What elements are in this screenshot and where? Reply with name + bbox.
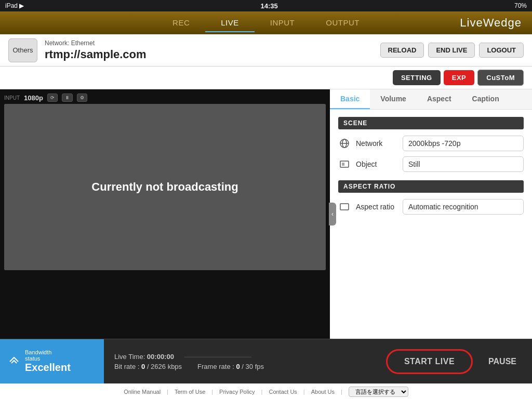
custom-button[interactable]: CuSToM (477, 70, 524, 86)
svg-rect-4 (342, 163, 344, 166)
panel-body: SCENE Network (330, 110, 532, 339)
network-value-input[interactable] (403, 136, 524, 151)
footer-online-manual[interactable]: Online Manual (124, 389, 161, 395)
aspect-value-input[interactable] (403, 199, 524, 215)
frame-rate-display: Frame rate : 0 / 30 fps (197, 363, 264, 370)
aspect-row: Aspect ratio (338, 199, 524, 215)
pull-tab[interactable]: ‹ (329, 203, 336, 225)
video-area: Currently not broadcasting (4, 104, 326, 270)
panel-tab-aspect[interactable]: Aspect (417, 89, 462, 109)
settings-icon-btn[interactable]: ⚙ (77, 94, 87, 102)
others-button[interactable]: Others (8, 38, 37, 62)
status-time: 14:35 (261, 2, 278, 10)
end-live-button[interactable]: END LIVE (428, 43, 475, 58)
panel-tab-basic[interactable]: Basic (330, 89, 370, 109)
panel-tab-volume[interactable]: Volume (370, 89, 417, 109)
svg-rect-5 (340, 204, 349, 210)
aspect-label: Aspect ratio (356, 203, 397, 211)
panel-tabs: Basic Volume Aspect Caption (330, 89, 532, 110)
object-row: Object (338, 156, 524, 172)
no-broadcast-text: Currently not broadcasting (91, 180, 238, 194)
brand-logo: LiveWedge (460, 16, 522, 30)
network-icon (338, 137, 351, 150)
object-value-input[interactable] (403, 156, 524, 172)
header-info: Network: Ethernet rtmp://sample.com (45, 39, 380, 61)
panel-tab-caption[interactable]: Caption (462, 89, 510, 109)
language-select[interactable]: 言語を選択する (349, 387, 408, 397)
battery-label: 70% (514, 2, 527, 9)
content-area: INPUT 1080p ⟳ ⏸ ⚙ Currently not broadcas… (0, 89, 532, 339)
live-time-bar: ────────────── (184, 353, 251, 361)
reload-button[interactable]: RELOAD (380, 43, 424, 58)
nav-tab-rec[interactable]: REC (157, 14, 205, 32)
app-wrapper: iPad ▶ 14:35 70% REC LIVE INPUT OUTPUT L… (0, 0, 532, 399)
setting-button[interactable]: SETTING (393, 70, 441, 85)
right-panel: Basic Volume Aspect Caption SCENE (330, 89, 532, 339)
aspect-section-header: ASPECT RATIO (338, 180, 524, 193)
header-row: Others Network: Ethernet rtmp://sample.c… (0, 34, 532, 66)
reload-icon-btn[interactable]: ⟳ (47, 94, 58, 102)
live-bottom: Bit rate : 0 / 2626 kbps Frame rate : 0 … (114, 363, 370, 370)
bandwidth-text: Bandwidthstatus Excellent (25, 349, 71, 374)
network-row: Network (338, 136, 524, 151)
network-label: Network (356, 139, 397, 148)
input-label: INPUT (4, 95, 20, 101)
bandwidth-value: Excellent (25, 362, 71, 374)
network-line: Network: Ethernet (45, 39, 380, 47)
start-live-button[interactable]: START LIVE (386, 349, 473, 374)
bottom-bar: Bandwidthstatus Excellent Live Time: 00:… (0, 339, 532, 383)
bit-rate-display: Bit rate : 0 / 2626 kbps (114, 363, 182, 370)
pause-icon-btn[interactable]: ⏸ (62, 94, 73, 102)
pause-button[interactable]: PAUSE (478, 351, 527, 373)
bandwidth-icon (8, 354, 20, 368)
nav-tab-live[interactable]: LIVE (205, 14, 255, 32)
footer-contact-us[interactable]: Contact Us (269, 389, 297, 395)
bandwidth-box: Bandwidthstatus Excellent (0, 339, 104, 383)
logout-button[interactable]: LOGOUT (479, 43, 524, 58)
nav-tabs: REC LIVE INPUT OUTPUT (10, 14, 522, 32)
top-nav: REC LIVE INPUT OUTPUT LiveWedge (0, 11, 532, 34)
aspect-icon (338, 201, 351, 213)
footer-term-of-use[interactable]: Term of Use (175, 389, 205, 395)
footer: Online Manual | Term of Use | Privacy Po… (0, 383, 532, 399)
stream-url: rtmp://sample.com (45, 48, 380, 61)
live-top: Live Time: 00:00:00 ────────────── (114, 353, 370, 361)
settings-row: SETTING EXP CuSToM (0, 66, 532, 89)
object-icon (338, 158, 351, 170)
video-panel: INPUT 1080p ⟳ ⏸ ⚙ Currently not broadcas… (0, 89, 330, 339)
status-left: iPad ▶ (5, 2, 24, 9)
video-top-bar: INPUT 1080p ⟳ ⏸ ⚙ (4, 94, 326, 102)
scene-section-header: SCENE (338, 117, 524, 129)
live-time-label: Live Time: 00:00:00 (114, 353, 174, 361)
aspect-section: ASPECT RATIO Aspect ratio (338, 180, 524, 215)
object-label: Object (356, 160, 397, 168)
footer-about-us[interactable]: About Us (311, 389, 335, 395)
device-label: iPad ▶ (5, 2, 24, 9)
footer-privacy-policy[interactable]: Privacy Policy (219, 389, 255, 395)
bandwidth-label: Bandwidthstatus (25, 349, 71, 362)
nav-tab-input[interactable]: INPUT (255, 14, 311, 32)
exp-button[interactable]: EXP (444, 70, 475, 85)
live-info: Live Time: 00:00:00 ────────────── Bit r… (104, 353, 381, 370)
resolution-label: 1080p (24, 94, 43, 102)
header-buttons: RELOAD END LIVE LOGOUT (380, 43, 524, 58)
nav-tab-output[interactable]: OUTPUT (310, 14, 375, 32)
live-controls: START LIVE PAUSE (381, 339, 532, 383)
status-bar: iPad ▶ 14:35 70% (0, 0, 532, 11)
